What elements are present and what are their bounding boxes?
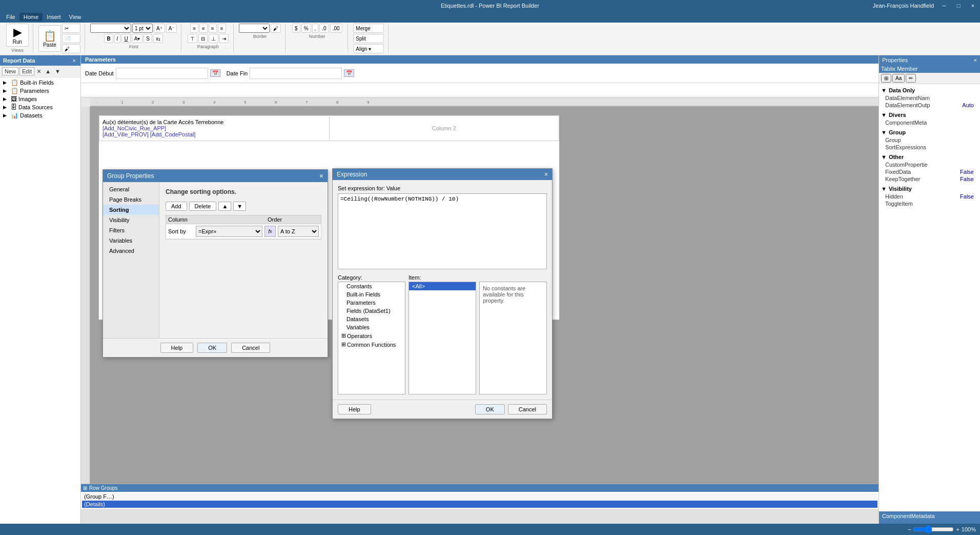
dialogs-overlay: Group Properties × General Page Breaks S… (0, 0, 980, 535)
group-properties-footer: Help OK Cancel (103, 338, 328, 357)
expression-title-text: Expression (337, 171, 367, 178)
group-properties-title-text: Group Properties (107, 172, 154, 180)
group-properties-close[interactable]: × (319, 172, 323, 180)
nav-variables[interactable]: Variables (103, 235, 159, 246)
column-header: Column (168, 216, 268, 223)
sort-up-button[interactable]: ▲ (218, 202, 231, 211)
nav-general[interactable]: General (103, 184, 159, 194)
expression-footer: Help OK Cancel (333, 400, 552, 419)
sort-table-header: Column Order (166, 215, 321, 224)
group-properties-title: Group Properties × (103, 170, 328, 182)
sort-empty-area (166, 240, 321, 332)
item-label: Item: (409, 274, 476, 281)
set-expression-label: Set expression for: Value (338, 185, 547, 191)
group-properties-nav: General Page Breaks Sorting Visibility F… (103, 182, 159, 338)
nav-filters[interactable]: Filters (103, 225, 159, 235)
nav-visibility[interactable]: Visibility (103, 215, 159, 225)
nav-sorting[interactable]: Sorting (103, 205, 159, 215)
sort-by-label: Sort by (168, 228, 194, 234)
item-panel: Item: <All> (409, 274, 476, 394)
nav-advanced[interactable]: Advanced (103, 246, 159, 256)
expression-textarea[interactable]: =Ceiling((RowNumber(NOTHING)) / 10) (338, 193, 547, 269)
expression-body: Set expression for: Value =Ceiling((RowN… (333, 180, 552, 400)
expression-title: Expression × (333, 169, 552, 180)
sort-buttons: Add Delete ▲ ▼ (166, 202, 321, 211)
expr-footer-right: OK Cancel (475, 404, 547, 414)
sort-order-select[interactable]: A to Z Z to A (278, 226, 319, 237)
cat-operators[interactable]: ⊞Operators (338, 331, 405, 340)
description-panel: No constants are available for this prop… (479, 274, 547, 394)
cat-datasets[interactable]: Datasets (338, 315, 405, 323)
sort-expr-select[interactable]: =Expr» (196, 226, 262, 237)
group-ok-button[interactable]: OK (197, 343, 227, 353)
expr-cancel-button[interactable]: Cancel (508, 404, 547, 414)
sort-add-button[interactable]: Add (166, 202, 187, 211)
expression-panels: Category: Constants Built-in Fields Para… (338, 274, 547, 394)
expr-ok-button[interactable]: OK (475, 404, 505, 414)
nav-page-breaks[interactable]: Page Breaks (103, 194, 159, 205)
group-properties-content: Change sorting options. Add Delete ▲ ▼ C… (159, 182, 328, 338)
category-label: Category: (338, 274, 405, 281)
group-cancel-button[interactable]: Cancel (231, 343, 270, 353)
cat-common-functions[interactable]: ⊞Common Functions (338, 340, 405, 349)
expression-dialog: Expression × Set expression for: Value =… (332, 168, 553, 419)
expr-help-button[interactable]: Help (338, 404, 371, 414)
description-text: No constants are available for this prop… (479, 282, 547, 394)
sorting-section-title: Change sorting options. (166, 188, 321, 195)
cat-constants[interactable]: Constants (338, 282, 405, 290)
sort-delete-button[interactable]: Delete (189, 202, 217, 211)
expression-close-btn[interactable]: × (544, 171, 548, 178)
sort-table: Column Order Sort by =Expr» fx A to Z Z … (166, 215, 321, 240)
sort-down-button[interactable]: ▼ (233, 202, 246, 211)
cat-builtin[interactable]: Built-in Fields (338, 290, 405, 299)
cat-parameters[interactable]: Parameters (338, 299, 405, 307)
sort-row-1: Sort by =Expr» fx A to Z Z to A (166, 224, 321, 239)
item-all[interactable]: <All> (409, 282, 476, 290)
order-header: Order (268, 216, 319, 223)
sort-fx-button[interactable]: fx (264, 226, 276, 237)
category-list: Constants Built-in Fields Parameters Fie… (338, 282, 405, 394)
group-properties-body: General Page Breaks Sorting Visibility F… (103, 182, 328, 338)
group-properties-dialog: Group Properties × General Page Breaks S… (103, 169, 328, 358)
item-list: <All> (409, 282, 476, 394)
cat-fields[interactable]: Fields (DataSet1) (338, 307, 405, 315)
cat-variables[interactable]: Variables (338, 323, 405, 331)
group-help-button[interactable]: Help (160, 343, 194, 353)
category-panel: Category: Constants Built-in Fields Para… (338, 274, 405, 394)
